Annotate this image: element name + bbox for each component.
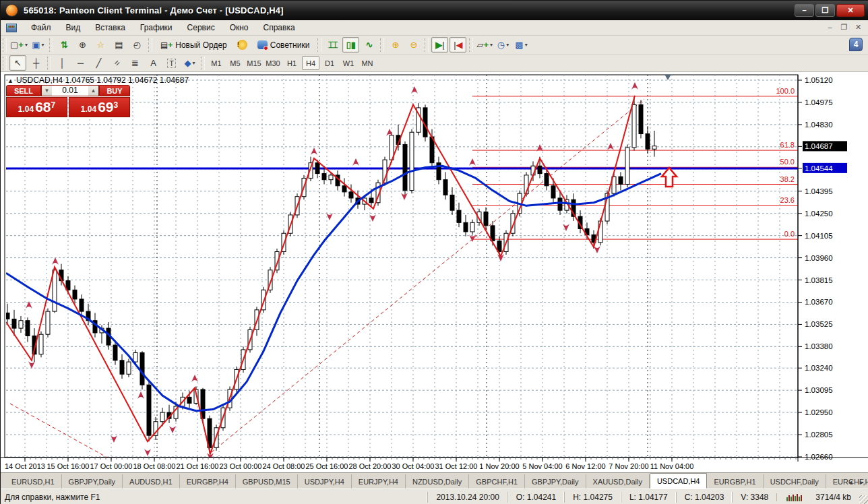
periods-button[interactable]: ◷▾ — [495, 37, 512, 53]
data-window-button[interactable]: ⊕ — [74, 37, 91, 53]
timeframe-button-d1[interactable]: D1 — [321, 56, 338, 70]
timeframe-button-w1[interactable]: W1 — [340, 56, 357, 70]
chart-shift-button[interactable]: |◀ — [450, 37, 466, 53]
timeframe-button-m15[interactable]: M15 — [245, 56, 263, 70]
alerts-button[interactable]: ! — [234, 37, 251, 53]
horizontal-line-button[interactable]: ─ — [72, 55, 89, 71]
menu-item-окно[interactable]: Окно — [222, 21, 256, 34]
expert-advisors-button[interactable]: Советники — [252, 37, 315, 53]
timeframe-button-mn[interactable]: MN — [359, 56, 376, 70]
navigator-button[interactable]: ☆ — [92, 37, 109, 53]
close-button[interactable]: ✕ — [836, 4, 865, 17]
chart-tab-audusd-h1[interactable]: AUDUSD,H1 — [123, 474, 180, 489]
fibonacci-button[interactable]: ≣ — [127, 55, 144, 71]
candle-body — [369, 198, 373, 203]
chart-tab-gbpusd-m15[interactable]: GBPUSD,M15 — [236, 474, 298, 489]
chart-tab-usdchf-daily[interactable]: USDCHF,Daily — [764, 474, 826, 489]
price-tick-label: 1.03670 — [805, 298, 833, 306]
candlestick-chart-button[interactable]: ▯▮ — [342, 37, 359, 53]
volume-stepper[interactable]: ▼ 0.01 ▲ — [41, 85, 99, 96]
candle-body — [160, 412, 164, 422]
candle-body — [329, 175, 333, 180]
mdi-restore-button[interactable]: ❐ — [839, 22, 849, 32]
crosshair-button[interactable]: ┼ — [28, 55, 44, 71]
mdi-minimize-button[interactable]: – — [825, 22, 835, 32]
status-cell-5: V: 3348 — [732, 492, 776, 503]
time-tick-label: 7 Nov 20:00 — [609, 462, 648, 470]
navigator-icon: ☆ — [97, 40, 105, 50]
templates-button[interactable]: ▩▾ — [513, 37, 530, 53]
tabs-scroll-right-button[interactable]: ► — [859, 479, 865, 486]
time-tick-label: 14 Oct 2013 — [5, 462, 45, 470]
volume-value[interactable]: 0.01 — [52, 86, 88, 96]
collapse-triangle-icon[interactable]: ▲ — [7, 77, 13, 84]
title-bar[interactable]: 565018: Panteon Client Terminal - Демо С… — [1, 1, 868, 20]
new-order-button[interactable]: ▤+ Новый Ордер — [155, 37, 232, 53]
text-button[interactable]: A — [145, 55, 162, 71]
time-axis[interactable]: 14 Oct 201315 Oct 16:0017 Oct 00:0018 Oc… — [1, 458, 868, 470]
vertical-line-button[interactable]: │ — [54, 55, 71, 71]
notification-badge[interactable]: 4 — [849, 38, 863, 51]
chart-tab-eurusd-h1[interactable]: EURUSD,H1 — [5, 474, 62, 489]
menu-item-справка[interactable]: Справка — [256, 21, 303, 34]
minimize-button[interactable]: – — [795, 4, 814, 17]
arrows-icon: ◆ — [184, 58, 191, 68]
chart-window-icon[interactable] — [6, 24, 17, 32]
market-watch-button[interactable]: ⇅ — [56, 37, 73, 53]
terminal-button[interactable]: ▤ — [111, 37, 127, 53]
resize-grip[interactable] — [859, 495, 868, 504]
trendline-button[interactable]: ╱ — [90, 55, 107, 71]
volume-decrease-button[interactable]: ▼ — [42, 86, 52, 96]
strategy-tester-button[interactable]: ◴ — [129, 37, 146, 53]
timeframe-button-m30[interactable]: M30 — [264, 56, 282, 70]
chart-tab-nzdusd-daily[interactable]: NZDUSD,Daily — [406, 474, 469, 489]
price-axis[interactable]: 1.051201.049751.048301.046871.045441.043… — [798, 75, 847, 462]
tabs-scroll-left-button[interactable]: ◄ — [847, 479, 853, 486]
maximize-button[interactable]: ❐ — [815, 4, 835, 17]
channel-button[interactable]: = — [108, 55, 125, 71]
candle-body — [639, 104, 643, 133]
menu-item-сервис[interactable]: Сервис — [180, 21, 222, 34]
app-logo-icon — [5, 4, 18, 17]
buy-button[interactable]: BUY — [99, 85, 130, 96]
chart-tab-eurgbp-h1[interactable]: EURGBP,H1 — [707, 474, 763, 489]
chart-tab-xauusd-daily[interactable]: XAUUSD,Daily — [586, 474, 650, 489]
fibonacci-icon: ≣ — [131, 58, 139, 68]
chart-tab-usdcad-h4[interactable]: USDCAD,H4 — [650, 473, 708, 489]
chart-area[interactable]: 100.061.850.038.223.60.01.051201.049751.… — [1, 72, 868, 472]
candle-body — [632, 104, 636, 148]
indicators-button[interactable]: ▱+▾ — [476, 37, 493, 53]
timeframe-button-m5[interactable]: M5 — [226, 56, 244, 70]
volume-increase-button[interactable]: ▲ — [88, 86, 98, 96]
zoom-in-button[interactable]: ⊕ — [387, 37, 404, 53]
menu-item-файл[interactable]: Файл — [24, 21, 59, 34]
menu-item-вид[interactable]: Вид — [59, 21, 88, 34]
chart-tab-usdjpy-h4[interactable]: USDJPY,H4 — [298, 474, 352, 489]
chart-tab-gbpjpy-daily[interactable]: GBPJPY,Daily — [525, 474, 586, 489]
new-chart-button[interactable]: ▢+▾ — [9, 37, 28, 53]
line-chart-button[interactable]: ∿ — [361, 37, 377, 53]
timeframe-button-h1[interactable]: H1 — [283, 56, 301, 70]
price-chart[interactable]: 100.061.850.038.223.60.01.051201.049751.… — [1, 72, 868, 472]
auto-scroll-button[interactable]: ▶| — [431, 37, 448, 53]
bar-chart-button[interactable]: ⌶⌶ — [324, 37, 341, 53]
buy-price-button[interactable]: 1.04693 — [69, 97, 130, 117]
chart-tab-eurgbp-h4[interactable]: EURGBP,H4 — [180, 474, 236, 489]
timeframe-button-m1[interactable]: M1 — [208, 56, 225, 70]
timeframe-button-h4[interactable]: H4 — [302, 56, 319, 70]
cursor-button[interactable]: ↖ — [9, 55, 26, 71]
zoom-out-button[interactable]: ⊖ — [405, 37, 422, 53]
text-label-button[interactable]: T — [163, 55, 180, 71]
menu-item-вставка[interactable]: Вставка — [88, 21, 133, 34]
time-tick-label: 18 Oct 08:00 — [133, 462, 176, 470]
sell-price-button[interactable]: 1.04687 — [6, 97, 67, 117]
sell-button[interactable]: SELL — [6, 85, 41, 96]
profiles-button[interactable]: ▣▾ — [30, 37, 46, 53]
mdi-close-button[interactable]: ✕ — [853, 22, 863, 32]
chart-tab-gbpjpy-daily[interactable]: GBPJPY,Daily — [62, 474, 123, 489]
chart-tab-gbpchf-h1[interactable]: GBPCHF,H1 — [469, 474, 525, 489]
chart-tab-eurjpy-h4[interactable]: EURJPY,H4 — [352, 474, 406, 489]
menu-item-графики[interactable]: Графики — [133, 21, 180, 34]
time-tick-label: 31 Oct 12:00 — [435, 462, 478, 470]
arrows-button[interactable]: ◆▾ — [181, 55, 198, 71]
